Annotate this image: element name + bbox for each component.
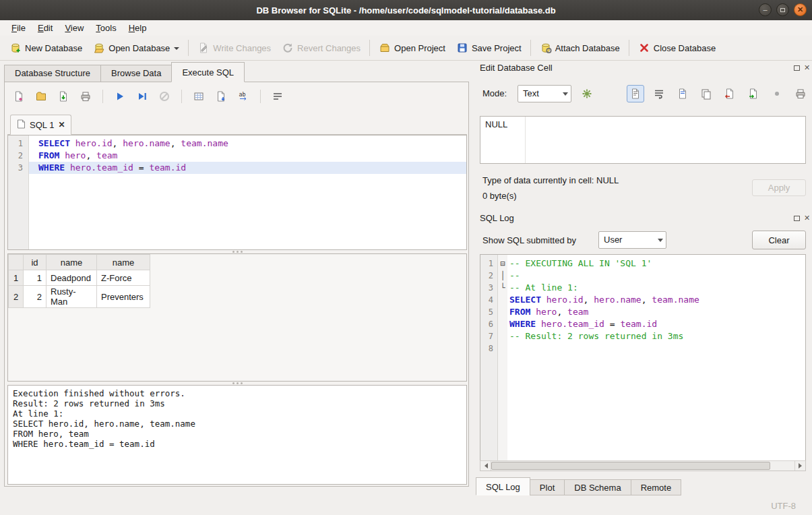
text-document-icon[interactable]	[627, 85, 644, 102]
new-sql-tab-icon[interactable]	[10, 88, 28, 105]
sql-tab-label: SQL 1	[30, 120, 54, 130]
line-number: 8	[480, 342, 498, 355]
dock-close-icon[interactable]: ✕	[804, 65, 810, 71]
export-cell-icon[interactable]	[721, 85, 739, 102]
line-number: 4	[480, 294, 498, 306]
header-row: idnamename	[9, 255, 150, 270]
set-null-icon[interactable]	[768, 85, 786, 102]
window-controls: – ✕	[759, 3, 807, 16]
toolbar-revert-changes[interactable]: Revert Changes	[276, 38, 366, 57]
toolbar-open-database[interactable]: Open Database	[88, 38, 185, 58]
cell[interactable]: Rusty-Man	[46, 286, 97, 308]
cell[interactable]: Preventers	[97, 286, 150, 308]
cell[interactable]: 1	[24, 270, 46, 286]
wrap-lines-icon[interactable]	[650, 85, 668, 102]
import-cell-icon[interactable]	[745, 85, 762, 102]
row-header[interactable]: 2	[9, 286, 24, 308]
toolbar-label: Close Database	[654, 43, 716, 53]
mode-value: Text	[518, 86, 559, 102]
editor-line: 3WHERE hero.team_id = team.id	[8, 162, 466, 174]
toolbar-open-project[interactable]: Open Project	[373, 38, 451, 57]
cell-editor-divider	[525, 117, 526, 163]
menu-file[interactable]: File	[5, 22, 32, 34]
fold-marker-icon: │	[498, 270, 507, 282]
log-filter-combobox[interactable]: User	[598, 231, 666, 249]
apply-button[interactable]: Apply	[752, 179, 806, 196]
copy-icon[interactable]	[697, 85, 715, 102]
column-header[interactable]: id	[24, 255, 46, 270]
bottom-tab-plot[interactable]: Plot	[530, 479, 565, 495]
menu-edit[interactable]: Edit	[32, 22, 59, 34]
editor-line: 2FROM hero, team	[8, 150, 466, 162]
scroll-right-icon[interactable]	[794, 461, 805, 471]
menu-view[interactable]: View	[59, 22, 90, 34]
open-document-icon[interactable]	[674, 85, 691, 102]
cell[interactable]: Deadpond	[46, 270, 97, 286]
mode-combobox[interactable]: Text	[518, 85, 571, 102]
execute-sql-panel: ab SQL 1 ✕ 1SELECT hero.id, hero.name, t…	[4, 82, 469, 487]
scrollbar-track[interactable]	[491, 461, 794, 471]
main-tab-bar: Database StructureBrowse DataExecute SQL	[4, 62, 244, 82]
execute-all-icon[interactable]	[111, 88, 129, 105]
bottom-tab-db-schema[interactable]: DB Schema	[564, 479, 631, 495]
dock-float-icon[interactable]	[794, 216, 800, 221]
toolbar-new-database[interactable]: New Database	[4, 38, 88, 57]
dropdown-arrow-icon[interactable]	[174, 42, 179, 55]
find-replace-icon[interactable]: ab	[235, 88, 252, 105]
write-changes-icon	[197, 42, 210, 54]
tab-execute-sql[interactable]: Execute SQL	[171, 62, 245, 82]
clear-button[interactable]: Clear	[752, 231, 806, 249]
sql-tab[interactable]: SQL 1 ✕	[10, 115, 71, 135]
print-cell-icon[interactable]	[792, 85, 809, 102]
cell[interactable]: 2	[24, 286, 46, 308]
log-line: 6WHERE hero.team_id = team.id	[480, 318, 805, 330]
sql-editor[interactable]: 1SELECT hero.id, hero.name, team.name2FR…	[7, 135, 467, 250]
column-header[interactable]: name	[46, 255, 97, 270]
tab-database-structure[interactable]: Database Structure	[4, 65, 101, 82]
cell[interactable]: Z-Force	[97, 270, 150, 286]
menu-tools[interactable]: Tools	[90, 22, 122, 34]
line-content: SELECT hero.id, hero.name, team.name	[507, 294, 805, 306]
toolbar-save-project[interactable]: Save Project	[451, 38, 527, 57]
close-button[interactable]: ✕	[794, 3, 807, 16]
close-tab-icon[interactable]: ✕	[58, 120, 65, 129]
save-results-icon[interactable]	[212, 88, 230, 105]
bottom-tab-sql-log[interactable]: SQL Log	[476, 477, 530, 495]
stop-icon[interactable]	[156, 88, 173, 105]
scroll-left-icon[interactable]	[480, 461, 491, 471]
word-wrap-icon[interactable]	[269, 88, 286, 105]
revert-changes-icon	[282, 42, 294, 54]
dock-float-icon[interactable]	[794, 65, 800, 71]
maximize-button[interactable]	[776, 3, 789, 16]
print-sql-icon[interactable]	[77, 88, 94, 105]
toolbar-label: Save Project	[472, 43, 522, 53]
app-window: DB Browser for SQLite - /home/user/code/…	[0, 0, 812, 515]
fold-marker-icon[interactable]: ⊟	[498, 258, 507, 270]
toolbar-label: Attach Database	[555, 43, 620, 53]
edit-cell-dock-icons: ✕	[794, 65, 810, 71]
line-content: -- Result: 2 rows returned in 3ms	[507, 330, 805, 342]
open-sql-file-icon[interactable]	[32, 88, 50, 105]
scrollbar-thumb[interactable]	[491, 462, 770, 470]
tab-browse-data[interactable]: Browse Data	[100, 65, 172, 82]
log-horizontal-scrollbar[interactable]	[480, 460, 806, 471]
toolbar-close-database[interactable]: Close Database	[633, 38, 722, 57]
line-content: --	[507, 270, 805, 282]
chevron-down-icon	[654, 232, 666, 248]
column-header[interactable]: name	[97, 255, 150, 270]
log-line: 8	[480, 342, 805, 355]
toolbar-attach-database[interactable]: Attach Database	[534, 38, 625, 57]
export-results-icon[interactable]	[190, 88, 208, 105]
cell-editor-input[interactable]: NULL	[480, 116, 806, 164]
execute-current-line-icon[interactable]	[133, 88, 151, 105]
auto-switch-mode-icon[interactable]	[578, 85, 596, 102]
save-sql-file-icon[interactable]	[55, 88, 72, 105]
bottom-tab-remote[interactable]: Remote	[631, 479, 682, 495]
maximize-icon	[780, 8, 785, 12]
toolbar-write-changes[interactable]: Write Changes	[192, 38, 276, 57]
dock-close-icon[interactable]: ✕	[804, 215, 810, 221]
title-bar[interactable]: DB Browser for SQLite - /home/user/code/…	[0, 0, 812, 20]
menu-help[interactable]: Help	[123, 22, 153, 34]
row-header[interactable]: 1	[9, 270, 24, 286]
minimize-button[interactable]: –	[759, 3, 772, 16]
